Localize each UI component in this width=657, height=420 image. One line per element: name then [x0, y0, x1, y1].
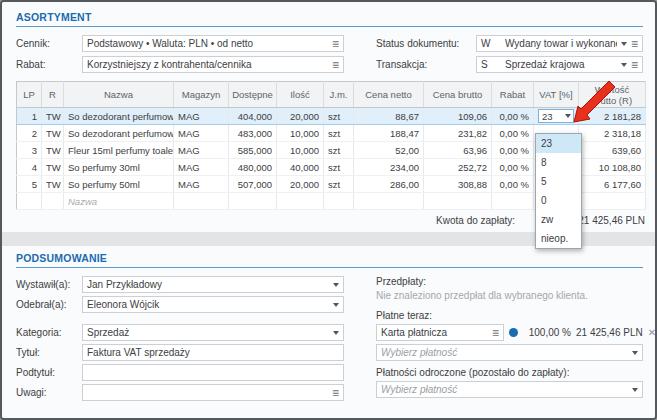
- cell-jm[interactable]: szt: [324, 176, 354, 193]
- cell-lp[interactable]: 1: [17, 108, 42, 125]
- col-header-r[interactable]: R: [42, 82, 64, 108]
- cell-magazyn[interactable]: MAG: [174, 108, 229, 125]
- cell-ilosc[interactable]: 10,000: [277, 142, 324, 159]
- tytul-input[interactable]: [82, 344, 344, 361]
- cell-cena_netto[interactable]: 234,00: [354, 159, 424, 176]
- col-header-dostepne[interactable]: Dostępne: [229, 82, 277, 108]
- cell-rabat[interactable]: [492, 193, 534, 210]
- podtytul-input[interactable]: [82, 364, 344, 381]
- col-header-cena-brutto[interactable]: Cena brutto: [424, 82, 492, 108]
- cell-lp[interactable]: [17, 193, 42, 210]
- payment-amount[interactable]: 21 425,46 PLN: [576, 327, 643, 338]
- cell-magazyn[interactable]: MAG: [174, 125, 229, 142]
- menu-icon[interactable]: ≡: [332, 38, 339, 50]
- odebral-combo[interactable]: Eleonora Wójcik: [82, 296, 344, 313]
- cell-ilosc[interactable]: 40,000: [277, 159, 324, 176]
- cell-rabat[interactable]: 0,00 %: [492, 125, 534, 142]
- cell-wartosc[interactable]: 639,60: [579, 142, 646, 159]
- cell-dostepne[interactable]: 483,000: [229, 125, 277, 142]
- cell-rabat[interactable]: 0,00 %: [492, 108, 534, 125]
- cell-cena_brutto[interactable]: 231,82: [424, 125, 492, 142]
- cell-jm[interactable]: szt: [324, 125, 354, 142]
- cell-cena_netto[interactable]: [354, 193, 424, 210]
- cell-jm[interactable]: szt: [324, 108, 354, 125]
- cell-lp[interactable]: 4: [17, 159, 42, 176]
- cell-cena_brutto[interactable]: 109,06: [424, 108, 492, 125]
- cell-wartosc[interactable]: 6 177,60: [579, 176, 646, 193]
- cell-r[interactable]: TW: [42, 142, 64, 159]
- menu-icon[interactable]: ≡: [332, 387, 339, 399]
- status-combo[interactable]: W Wydany towar i wykonane usł ≡: [476, 35, 643, 52]
- percent-indicator-icon[interactable]: [509, 328, 518, 337]
- col-header-cena-netto[interactable]: Cena netto: [354, 82, 424, 108]
- cell-r[interactable]: TW: [42, 125, 64, 142]
- cell-magazyn[interactable]: MAG: [174, 159, 229, 176]
- vat-option[interactable]: 23: [536, 134, 581, 153]
- vat-option[interactable]: 8: [536, 153, 581, 172]
- transakcja-combo[interactable]: S Sprzedaż krajowa ≡: [476, 56, 643, 73]
- uwagi-field[interactable]: ≡: [82, 384, 344, 401]
- col-header-ilosc[interactable]: Ilość: [277, 82, 324, 108]
- cell-nazwa[interactable]: So perfumy 50ml: [64, 176, 174, 193]
- cell-cena_netto[interactable]: 188,47: [354, 125, 424, 142]
- cell-jm[interactable]: [324, 193, 354, 210]
- payment-percent[interactable]: 100,00 %: [523, 327, 571, 338]
- menu-icon[interactable]: ≡: [631, 38, 638, 50]
- odroczone-placeholder-combo[interactable]: Wybierz płatność: [376, 381, 643, 398]
- cell-nazwa[interactable]: So perfumy 30ml: [64, 159, 174, 176]
- cell-ilosc[interactable]: [277, 193, 324, 210]
- cell-jm[interactable]: szt: [324, 159, 354, 176]
- cell-r[interactable]: TW: [42, 176, 64, 193]
- table-row[interactable]: 1TWSo dezodorant perfumow...MAG404,00020…: [17, 108, 646, 125]
- cell-r[interactable]: TW: [42, 108, 64, 125]
- cell-nazwa[interactable]: So dezodorant perfumow...: [64, 125, 174, 142]
- vat-option[interactable]: 0: [536, 191, 581, 210]
- cell-magazyn[interactable]: MAG: [174, 142, 229, 159]
- cell-magazyn[interactable]: MAG: [174, 176, 229, 193]
- cell-magazyn[interactable]: [174, 193, 229, 210]
- cell-dostepne[interactable]: 404,000: [229, 108, 277, 125]
- platnosc-placeholder-combo[interactable]: Wybierz płatność: [376, 344, 643, 361]
- cell-dostepne[interactable]: 507,000: [229, 176, 277, 193]
- vat-option[interactable]: nieop.: [536, 229, 581, 248]
- col-header-lp[interactable]: LP: [17, 82, 42, 108]
- cell-nazwa[interactable]: Fleur 15ml perfumy toalet.: [64, 142, 174, 159]
- cell-rabat[interactable]: 0,00 %: [492, 159, 534, 176]
- cell-cena_brutto[interactable]: 63,96: [424, 142, 492, 159]
- col-header-magazyn[interactable]: Magazyn: [174, 82, 229, 108]
- wystawil-combo[interactable]: Jan Przykładowy: [82, 276, 344, 293]
- cell-r[interactable]: TW: [42, 159, 64, 176]
- vat-option[interactable]: zw: [536, 210, 581, 229]
- payment-method-combo[interactable]: Karta płatnicza ≡: [376, 324, 504, 341]
- col-header-rabat[interactable]: Rabat: [492, 82, 534, 108]
- col-header-jm[interactable]: J.m.: [324, 82, 354, 108]
- cell-cena_brutto[interactable]: 252,72: [424, 159, 492, 176]
- rabat-combo[interactable]: Korzystniejszy z kontrahenta/cennika ≡: [82, 56, 344, 73]
- cell-lp[interactable]: 3: [17, 142, 42, 159]
- vat-dropdown[interactable]: 23850zwnieop.: [535, 133, 582, 249]
- cell-ilosc[interactable]: 20,000: [277, 108, 324, 125]
- cell-dostepne[interactable]: [229, 193, 277, 210]
- menu-icon[interactable]: ≡: [332, 59, 339, 71]
- menu-icon[interactable]: ≡: [492, 327, 499, 339]
- close-icon[interactable]: ✕: [648, 327, 656, 338]
- vat-option[interactable]: 5: [536, 172, 581, 191]
- cell-ilosc[interactable]: 10,000: [277, 125, 324, 142]
- cell-lp[interactable]: 5: [17, 176, 42, 193]
- cell-cena_netto[interactable]: 88,67: [354, 108, 424, 125]
- cell-wartosc[interactable]: [579, 193, 646, 210]
- cell-cena_netto[interactable]: 52,00: [354, 142, 424, 159]
- cell-ilosc[interactable]: 20,000: [277, 176, 324, 193]
- cell-rabat[interactable]: 0,00 %: [492, 176, 534, 193]
- menu-icon[interactable]: ≡: [631, 59, 638, 71]
- cell-jm[interactable]: szt: [324, 142, 354, 159]
- cell-nazwa[interactable]: So dezodorant perfumow...: [64, 108, 174, 125]
- cell-cena_brutto[interactable]: [424, 193, 492, 210]
- cell-r[interactable]: [42, 193, 64, 210]
- col-header-nazwa[interactable]: Nazwa: [64, 82, 174, 108]
- cell-cena_netto[interactable]: 286,00: [354, 176, 424, 193]
- cell-dostepne[interactable]: 480,000: [229, 159, 277, 176]
- cennik-combo[interactable]: Podstawowy • Waluta: PLN • od netto ≡: [82, 35, 344, 52]
- cell-cena_brutto[interactable]: 308,88: [424, 176, 492, 193]
- cell-dostepne[interactable]: 585,000: [229, 142, 277, 159]
